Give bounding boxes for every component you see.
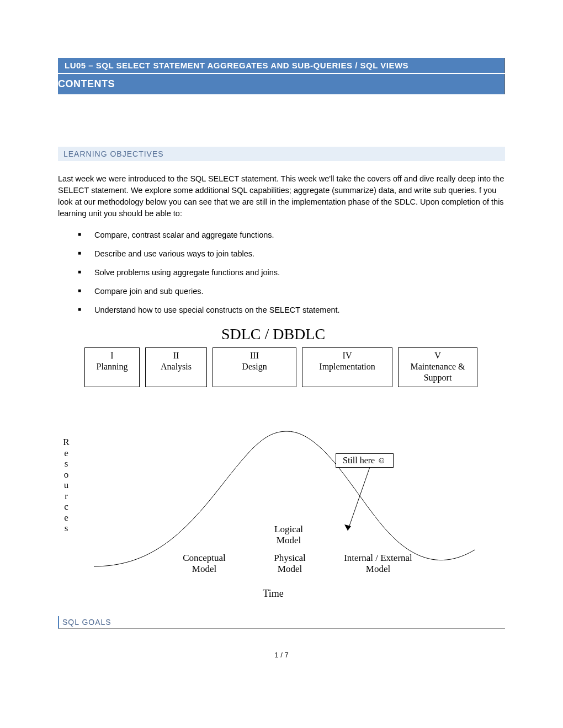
phase-name: Design xyxy=(213,361,296,372)
phase-maintenance: V Maintenance & Support xyxy=(398,347,477,387)
label-internal-model: Internal / ExternalModel xyxy=(334,553,422,575)
label-logical-model: LogicalModel xyxy=(267,524,311,547)
phase-design: III Design xyxy=(213,347,296,387)
phase-boxes: I Planning II Analysis III Design IV Imp… xyxy=(84,347,488,387)
list-item: Understand how to use special constructs… xyxy=(78,306,505,314)
phase-num: I xyxy=(85,350,139,361)
phase-name: Maintenance & Support xyxy=(399,361,477,383)
sql-goals-heading: SQL GOALS xyxy=(58,616,505,629)
phase-name: Planning xyxy=(85,361,139,372)
contents-banner: CONTENTS xyxy=(58,74,505,94)
list-item: Compare, contrast scalar and aggregate f… xyxy=(78,231,505,239)
sdlc-diagram: SDLC / DBDLC I Planning II Analysis III … xyxy=(58,325,488,599)
phase-num: III xyxy=(213,350,296,361)
objectives-list: Compare, contrast scalar and aggregate f… xyxy=(78,231,505,314)
phase-num: II xyxy=(146,350,206,361)
list-item: Solve problems using aggregate functions… xyxy=(78,268,505,277)
chart-area: Resources Still here ☺ LogicalModel Conc… xyxy=(58,387,488,586)
intro-paragraph: Last week we were introduced to the SQL … xyxy=(58,173,505,220)
phase-analysis: II Analysis xyxy=(145,347,207,387)
annotation-still-here: Still here ☺ xyxy=(336,453,394,468)
phase-num: V xyxy=(399,350,477,361)
learning-objectives-heading: LEARNING OBJECTIVES xyxy=(58,147,505,161)
label-conceptual-model: ConceptualModel xyxy=(177,553,232,575)
list-item: Describe and use various ways to join ta… xyxy=(78,249,505,258)
phase-name: Analysis xyxy=(146,361,206,372)
y-axis-label: Resources xyxy=(58,437,75,534)
diagram-title: SDLC / DBDLC xyxy=(58,325,488,343)
svg-marker-1 xyxy=(344,524,351,531)
label-physical-model: PhysicalModel xyxy=(268,553,312,575)
x-axis-label: Time xyxy=(58,588,488,599)
list-item: Compare join and sub queries. xyxy=(78,287,505,296)
phase-num: IV xyxy=(302,350,392,361)
phase-name: Implementation xyxy=(302,361,392,372)
page-number: 1 / 7 xyxy=(58,651,505,659)
phase-implementation: IV Implementation xyxy=(302,347,392,387)
svg-line-0 xyxy=(348,467,370,531)
resource-curve xyxy=(83,387,480,575)
page-title-banner: LU05 – SQL SELECT STATEMENT AGGREGATES A… xyxy=(58,58,505,73)
phase-planning: I Planning xyxy=(84,347,140,387)
